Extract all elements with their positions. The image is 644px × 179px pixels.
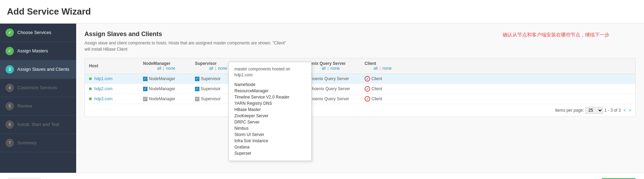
sidebar-item-assign-masters[interactable]: ✓ Assign Masters xyxy=(0,42,76,60)
pagination-next[interactable]: > xyxy=(629,108,631,113)
client-check-hdp1[interactable]: ✓ Client xyxy=(362,76,403,82)
supervisor-checkbox-hdp3[interactable] xyxy=(195,97,199,101)
tooltip-item: DRPC Server xyxy=(234,119,306,125)
client-circle-hdp2: ✓ xyxy=(365,86,370,92)
sidebar-item-summary: 7 Summary xyxy=(0,134,76,152)
tooltip-item: Grafana xyxy=(234,144,306,150)
tooltip-item: ZooKeeper Server xyxy=(234,113,306,119)
step-circle-4: 4 xyxy=(6,84,14,92)
host-name-hdp1: hdp1.com xyxy=(94,76,113,81)
supervisor-none-link[interactable]: none xyxy=(218,66,227,71)
phoenix-none-link[interactable]: none xyxy=(331,66,340,71)
sidebar-label-choose-services: Choose Services xyxy=(17,30,51,36)
step-circle-5: 5 xyxy=(6,102,14,110)
supervisor-label-hdp1: Supervisor xyxy=(201,76,221,81)
step-circle-3: 3 xyxy=(6,65,14,74)
supervisor-all-link[interactable]: all xyxy=(209,66,213,71)
sidebar-label-install: Install, Start and Test xyxy=(17,122,59,128)
tooltip-item: YARN Registry DNS xyxy=(234,100,306,106)
page-title: Add Service Wizard xyxy=(7,6,91,17)
sidebar-label-assign-masters: Assign Masters xyxy=(17,48,48,54)
nodemanager-none-link[interactable]: none xyxy=(166,66,176,71)
phoenix-label-hdp2: Phoenix Query Server xyxy=(309,86,350,91)
host-cell-hdp1: hdp1.com xyxy=(85,76,140,81)
tooltip-item: ResourceManager xyxy=(234,88,306,94)
items-per-page-select[interactable]: 25 50 100 xyxy=(585,107,603,114)
nodemanager-all-link[interactable]: all xyxy=(157,66,161,71)
tooltip-item: Superset xyxy=(234,150,306,156)
table-row: hdp3.com NodeManager Supervisor RegionSe… xyxy=(85,94,635,104)
host-cell-hdp2: hdp2.com xyxy=(85,86,140,91)
host-status-dot xyxy=(89,77,92,80)
client-none-link[interactable]: none xyxy=(383,66,392,71)
header: Add Service Wizard xyxy=(0,0,644,24)
client-check-hdp3[interactable]: ✓ Client xyxy=(362,96,403,102)
client-all-none: all | none xyxy=(365,66,401,71)
sidebar-item-assign-slaves[interactable]: 3 Assign Slaves and Clients xyxy=(0,60,76,79)
step-circle-6: 6 xyxy=(6,120,14,129)
sidebar-label-review: Review xyxy=(17,103,32,109)
sidebar-item-customize-services: 4 Customize Services xyxy=(0,79,76,97)
client-label-hdp2: Client xyxy=(372,86,382,91)
client-check-hdp2[interactable]: ✓ Client xyxy=(362,86,403,92)
items-per-page-label: Items per page: xyxy=(555,108,584,113)
col-header-host: Host xyxy=(85,63,140,68)
sidebar-label-customize: Customize Services xyxy=(17,85,57,91)
host-name-hdp2: hdp2.com xyxy=(94,86,113,91)
sidebar-label-summary: Summary xyxy=(17,140,37,146)
top-annotation: 确认从节点和客户端安装在哪些节点，继续下一步 xyxy=(503,32,609,38)
tooltip-item: Storm UI Server xyxy=(234,131,306,138)
tooltip-item: Infra Solr Instance xyxy=(234,138,306,144)
client-circle-hdp1: ✓ xyxy=(365,76,370,82)
host-status-dot xyxy=(89,97,92,100)
phoenix-all-link[interactable]: all xyxy=(322,66,326,71)
supervisor-checkbox-hdp2[interactable] xyxy=(195,87,199,91)
client-all-link[interactable]: all xyxy=(374,66,378,71)
nodemanager-checkbox-hdp2[interactable] xyxy=(143,87,147,91)
section-desc: Assign slave and client components to ho… xyxy=(84,40,292,52)
sidebar-item-choose-services[interactable]: ✓ Choose Services xyxy=(0,24,76,42)
nodemanager-label-hdp2: NodeManager xyxy=(149,86,175,91)
col-header-client: Client all | none xyxy=(362,61,403,71)
client-check-inner-hdp2: ✓ xyxy=(366,87,369,91)
supervisor-label-hdp3: Supervisor xyxy=(201,96,221,101)
pagination-range: 1 - 3 of 3 xyxy=(605,108,621,113)
table-row: hdp2.com NodeManager Supervisor ✓ xyxy=(85,84,635,94)
host-status-dot xyxy=(89,87,92,90)
sidebar-label-assign-slaves: Assign Slaves and Clients xyxy=(17,67,69,73)
main-layout: ✓ Choose Services ✓ Assign Masters 3 Ass… xyxy=(0,24,644,173)
phoenix-label-hdp3: Phoenix Query Server xyxy=(308,96,349,101)
tooltip-item: Timeline Service V2.0 Reader xyxy=(234,94,306,100)
content-area: 确认从节点和客户端安装在哪些节点，继续下一步 Assign Slaves and… xyxy=(76,24,644,173)
nodemanager-check-hdp2[interactable]: NodeManager xyxy=(140,86,192,91)
tooltip-header: master components hosted on hdp1.com xyxy=(234,66,306,78)
client-check-inner-hdp3: ✓ xyxy=(366,97,369,101)
client-label-hdp1: Client xyxy=(372,76,382,81)
nodemanager-all-none: all | none xyxy=(143,66,189,71)
sidebar-item-review: 5 Review xyxy=(0,97,76,116)
tooltip-item: Nimbus xyxy=(234,125,306,131)
app-container: Add Service Wizard ✓ Choose Services ✓ A… xyxy=(0,0,644,179)
client-circle-hdp3: ✓ xyxy=(365,96,370,102)
nodemanager-check-hdp3[interactable]: NodeManager xyxy=(140,96,192,101)
nodemanager-checkbox-hdp3[interactable] xyxy=(143,97,147,101)
step-circle-2: ✓ xyxy=(6,47,14,55)
client-check-inner-hdp1: ✓ xyxy=(366,77,369,81)
supervisor-checkbox-hdp1[interactable] xyxy=(195,77,199,81)
phoenix-label-hdp1: Phoenix Query Server xyxy=(308,76,349,81)
tooltip-item: HBase Master xyxy=(234,106,306,113)
tooltip-item: NameNode xyxy=(234,82,306,88)
sidebar-item-install: 6 Install, Start and Test xyxy=(0,116,76,134)
client-label-hdp3: Client xyxy=(372,96,382,101)
nodemanager-checkbox-hdp1[interactable] xyxy=(143,77,147,81)
pagination-prev[interactable]: < xyxy=(624,108,626,113)
step-circle-7: 7 xyxy=(6,139,14,147)
step-circle-1: ✓ xyxy=(6,28,14,37)
col-header-nodemanager: NodeManager all | none xyxy=(140,61,192,71)
footer: ← BACK NEXT → xyxy=(0,173,644,179)
host-cell-hdp3: hdp3.com xyxy=(85,96,140,101)
host-name-hdp3: hdp3.com xyxy=(94,96,113,101)
nodemanager-label-hdp1: NodeManager xyxy=(149,76,175,81)
nodemanager-check-hdp1[interactable]: NodeManager xyxy=(140,76,192,81)
table-header: Host NodeManager all | none Supervisor a… xyxy=(85,58,635,74)
